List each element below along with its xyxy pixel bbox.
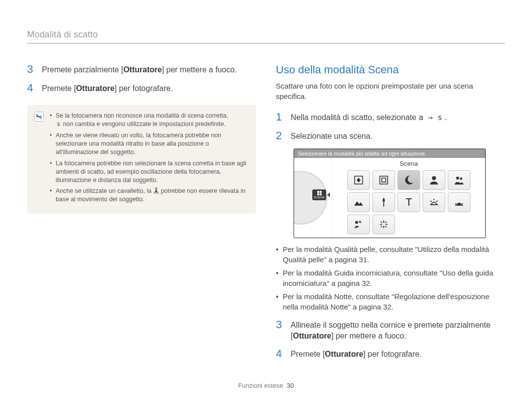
scene-tile-backlight-icon[interactable] (347, 215, 370, 234)
scene-tile-night-icon[interactable] (398, 170, 420, 190)
page: Modalità di scatto 3 Premete parzialment… (0, 0, 532, 401)
scene-tile-sunset-icon[interactable] (423, 192, 445, 212)
step-text: Allineate il soggetto nella cornice e pr… (291, 319, 491, 341)
svg-rect-1 (382, 178, 386, 182)
mode-dial: SCENE (294, 158, 332, 238)
note-item: Anche se viene rilevato un volto, la fot… (50, 131, 247, 156)
svg-point-3 (456, 177, 459, 180)
step-text: Nella modalità di scatto, selezionate a … (291, 111, 447, 123)
lcd-hint: Selezionare la modalità più adatta ad og… (294, 149, 485, 158)
glyph-s: s (437, 113, 442, 122)
lcd-right: Scena (332, 158, 485, 238)
footer: Funzioni estese 30 (0, 382, 532, 389)
shutter-label: Otturatore (76, 84, 114, 93)
lcd-mode-label: Scena (400, 158, 418, 170)
note-item: La fotocamera potrebbe non selezionare l… (50, 159, 247, 185)
dial-selected: SCENE (312, 189, 330, 200)
note-icon (34, 112, 44, 122)
scene-chip-label: SCENE (314, 196, 325, 199)
lcd-body: SCENE Scena (294, 158, 485, 238)
left-step-3: 3 Premete parzialmente [Otturatore] per … (27, 63, 256, 75)
content-columns: 3 Premete parzialmente [Otturatore] per … (27, 63, 505, 367)
footer-section: Funzioni estese (238, 382, 283, 389)
note-item: Anche se utilizzate un cavalletto, la po… (50, 187, 247, 204)
text: Nella modalità di scatto, selezionate (291, 113, 419, 122)
left-column: 3 Premete parzialmente [Otturatore] per … (27, 63, 256, 367)
text: . (442, 113, 447, 122)
step-text: Premete [Otturatore] per fotografare. (291, 348, 422, 360)
scene-tile-beautyshot-icon[interactable] (347, 170, 370, 190)
scene-tile-closeup-icon[interactable] (372, 192, 395, 212)
step-number: 2 (276, 130, 285, 142)
step-number: 4 (27, 82, 36, 94)
right-column: Uso della modalità Scena Scattare una fo… (276, 63, 505, 367)
step-number: 4 (276, 348, 285, 360)
reference-list: Per la modalità Qualità pelle, consultat… (276, 244, 505, 312)
step-number: 3 (276, 319, 285, 341)
scene-tile-frameguide-icon[interactable] (372, 170, 395, 190)
scene-tile-dawn-icon[interactable] (448, 192, 470, 212)
tripod-icon (153, 187, 159, 194)
section-title: Uso della modalità Scena (276, 63, 505, 76)
arrow-icon: → (423, 113, 437, 122)
scene-grid (347, 170, 470, 238)
text: Premete [ (291, 350, 325, 358)
shutter-label: Otturatore (293, 332, 331, 340)
reference-item: Per la modalità Notte, consultate "Regol… (276, 291, 505, 312)
glyph-a: a (419, 113, 424, 122)
scene-chip-icon: SCENE (312, 189, 326, 200)
note-item: Se la fotocamera non riconosce una modal… (50, 112, 247, 128)
text: Se la fotocamera non riconosce una modal… (56, 112, 228, 119)
scene-tile-landscape-icon[interactable] (347, 192, 370, 212)
svg-point-2 (432, 176, 436, 180)
scene-tile-portrait-icon[interactable] (423, 170, 445, 190)
right-step-1: 1 Nella modalità di scatto, selezionate … (276, 111, 505, 123)
text: ] per fotografare. (364, 350, 422, 358)
section-intro: Scattare una foto con le opzioni preimpo… (276, 81, 505, 101)
text: ] per mettere a fuoco. (332, 332, 406, 340)
reference-item: Per la modalità Qualità pelle, consultat… (276, 244, 505, 265)
text: ] per fotografare. (115, 84, 173, 93)
camera-lcd: Selezionare la modalità più adatta ad og… (294, 149, 486, 238)
step-text: Selezionate una scena. (291, 130, 372, 142)
step-number: 1 (276, 111, 285, 123)
text: Premete [ (42, 84, 76, 93)
note-box: Se la fotocamera non riconosce una modal… (27, 105, 256, 214)
text: ] per mettere a fuoco. (162, 65, 237, 74)
text: Anche se utilizzate un cavalletto, la (56, 187, 153, 194)
text: non cambia e vengono utilizzate le impos… (62, 121, 226, 127)
page-number: 30 (287, 382, 294, 389)
svg-rect-0 (380, 176, 388, 184)
reference-item: Per la modalità Guida incorniciatura, co… (276, 268, 505, 288)
note-list: Se la fotocamera non riconosce una modal… (50, 112, 247, 207)
step-text: Premete [Otturatore] per fotografare. (42, 82, 173, 94)
svg-point-5 (355, 221, 358, 224)
scene-tile-children-icon[interactable] (448, 170, 470, 190)
right-step-2: 2 Selezionate una scena. (276, 130, 505, 142)
page-header: Modalità di scatto (27, 30, 505, 44)
scene-tile-fireworks-icon[interactable] (372, 215, 395, 234)
step-text: Premete parzialmente [Otturatore] per me… (42, 63, 237, 75)
left-step-4: 4 Premete [Otturatore] per fotografare. (27, 82, 256, 94)
shutter-label: Otturatore (123, 65, 162, 74)
text: Premete parzialmente [ (42, 65, 123, 74)
scene-tile-text-icon[interactable] (398, 192, 420, 212)
svg-point-4 (460, 178, 463, 180)
chevron-left-icon (327, 192, 330, 197)
mode-glyph-s: s (56, 120, 62, 127)
right-step-4: 4 Premete [Otturatore] per fotografare. (276, 348, 505, 360)
step-number: 3 (27, 63, 36, 75)
right-step-3: 3 Allineate il soggetto nella cornice e … (276, 319, 505, 341)
shutter-label: Otturatore (325, 350, 363, 358)
text: Allineate il soggetto nella cornice e pr… (291, 321, 491, 329)
